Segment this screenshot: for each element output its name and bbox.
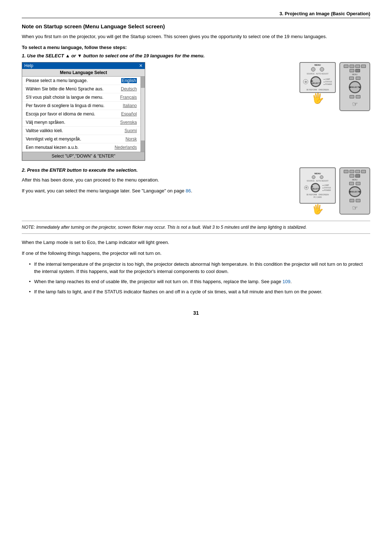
page-header: 3. Projecting an Image (Basic Operation) [22,11,370,18]
page-header-title: 3. Projecting an Image (Basic Operation) [279,11,370,16]
not-turn-on-text: If one of the following things happens, … [22,250,370,257]
lang-row-suomi[interactable]: Valitse valikko kieli. Suomi [22,127,140,135]
lang-left-5: Välj menyn språken. [26,120,65,125]
bullet-link-1[interactable]: 109 [282,279,290,284]
lamp-mode-text: When the Lamp mode is set to Eco, the La… [22,239,370,246]
remote-control-2: MENU ◀SELECT▶ ☞ [339,167,370,215]
step2-right: MENU SOURCEAUTO ADJUST ⊖ ▶SELECT ● LAMP … [299,167,370,215]
bullet-text-2: If the lamp fails to light, and if the S… [34,289,322,294]
lang-left-8: Een menutaal kiezen a.u.b. [26,145,78,150]
dialog-inner: Please select a menu language. English W… [22,77,145,152]
lang-left-6: Valitse valikko kieli. [26,128,63,133]
bullet-text-0: If the internal temperature of the proje… [34,261,363,274]
step2-left: 2. Press the ENTER button to execute the… [22,167,292,215]
menu-language-dialog: Help ✕ Menu Language Select Please selec… [22,62,145,161]
lang-left-4: Escoja por favor el idioma de menú. [26,111,95,117]
remote-control-1-group: MENU ◀SELECT▶ ☞ [339,62,370,111]
lang-row-english[interactable]: Please select a menu language. English [22,77,140,85]
intro-text: When you first turn on the projector, yo… [22,33,370,40]
lang-row-norsk[interactable]: Vennligst velg et menyspråk. Norsk [22,135,140,143]
lang-right-0: English [121,78,137,83]
bullet-item-2: If the lamp fails to light, and if the S… [29,288,370,296]
step2-layout: 2. Press the ENTER button to execute the… [22,167,370,215]
lang-right-5: Svenska [120,120,137,125]
page-number: 31 [22,310,370,316]
lang-row-deutsch[interactable]: Wählen Sie bitte die Menü Sprache aus. D… [22,85,140,93]
bullet-item-1: When the lamp reaches its end of usable … [29,278,370,285]
lang-row-espanol[interactable]: Escoja por favor el idioma de menú. Espa… [22,110,140,118]
dialog-close-btn[interactable]: ✕ [139,63,143,68]
dialog-rows: Please select a menu language. English W… [22,77,140,152]
dialog-title: Menu Language Select [22,69,145,77]
step1-right: MENU SOURCEAUTO ADJUST ⊖ ▶SELECT ● LAMP … [299,62,370,161]
hand-icon-1: 🖐 [311,92,324,104]
lang-row-nederlands[interactable]: Een menutaal kiezen a.u.b. Nederlands [22,143,140,152]
dialog-header: Help ✕ [22,62,145,69]
lang-right-8: Nederlands [115,145,137,150]
lang-left-2: S'il vous plaît choisir la langue de men… [26,95,103,100]
projector-panel-1: MENU SOURCEAUTO ADJUST ⊖ ▶SELECT ● LAMP … [299,62,336,93]
projector-panel-1-group: MENU SOURCEAUTO ADJUST ⊖ ▶SELECT ● LAMP … [299,62,336,104]
lang-row-francais[interactable]: S'il vous plaît choisir la langue de men… [22,93,140,102]
lang-right-4: Español [121,111,137,117]
dialog-footer: Select "UP","DOWN" & "ENTER" [22,152,145,160]
lang-left-1: Wählen Sie bitte die Menü Sprache aus. [26,86,103,91]
lang-right-2: Français [120,95,137,100]
steps-heading: To select a menu language, follow these … [22,45,370,50]
bullet-list: If the internal temperature of the proje… [29,261,370,296]
hand-icon-2: 🖐 [312,204,323,215]
lang-row-svenska[interactable]: Välj menyn språken. Svenska [22,118,140,127]
step2-body1: After this has been done, you can procee… [22,176,292,184]
note-text: NOTE: Immediately after turning on the p… [22,225,307,230]
note-box: NOTE: Immediately after turning on the p… [22,221,370,234]
projector-panel-2: MENU SOURCEAUTO ADJUST ⊖ ▶SELECT ● LAMP … [299,167,336,204]
step1-left: Help ✕ Menu Language Select Please selec… [22,62,292,161]
lang-right-7: Norsk [126,137,137,142]
lang-right-3: Italiano [123,103,137,108]
step2-body2-text: If you want, you can select the menu lan… [22,188,186,194]
lang-left-7: Vennligst velg et menyspråk. [26,137,81,142]
bullet-text-1: When the lamp reaches its end of usable … [34,279,282,284]
step1-layout: Help ✕ Menu Language Select Please selec… [22,62,370,161]
projector-panel-2-group: MENU SOURCEAUTO ADJUST ⊖ ▶SELECT ● LAMP … [299,167,336,215]
bullet-item-0: If the internal temperature of the proje… [29,261,370,275]
lang-right-1: Deutsch [121,86,137,91]
step2-heading: 2. Press the ENTER button to execute the… [22,167,292,173]
step2-body2: If you want, you can select the menu lan… [22,187,292,195]
dialog-scrollbar[interactable] [140,77,145,152]
section-title: Note on Startup screen (Menu Language Se… [22,23,370,29]
step1-heading: 1. Use the SELECT ▲ or ▼ button to selec… [22,53,370,58]
dialog-header-label: Help [24,63,33,68]
step2-link[interactable]: 86 [186,188,191,194]
lang-row-italiano[interactable]: Per favore di scegliere la lingua di men… [22,102,140,110]
lang-left-0: Please select a menu language. [26,78,88,83]
remote-control-1: MENU ◀SELECT▶ ☞ [339,62,370,111]
lang-right-6: Suomi [124,128,137,133]
remote-control-2-group: MENU ◀SELECT▶ ☞ [339,167,370,215]
lang-left-3: Per favore di scegliere la lingua di men… [26,103,105,108]
